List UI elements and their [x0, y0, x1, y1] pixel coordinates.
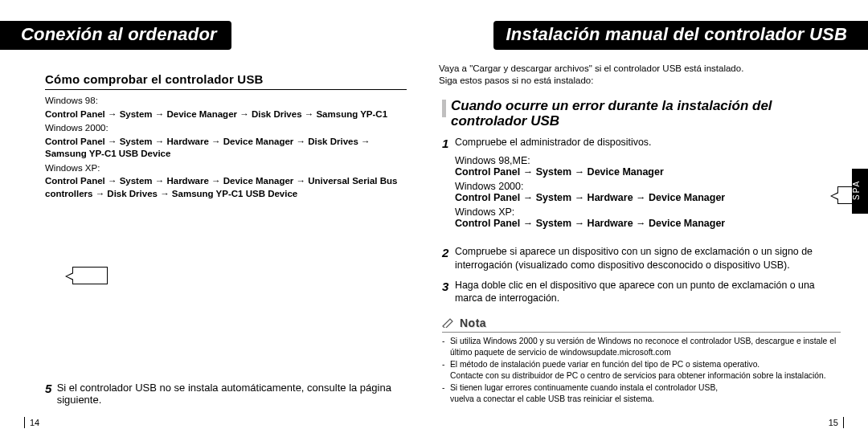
os-block-98me: Windows 98,ME: Control Panel → System → …	[455, 155, 841, 178]
step-3-number: 3	[442, 279, 455, 305]
nota-item-3: Si tienen lugar errores continuamente cu…	[450, 382, 841, 394]
right-page: Vaya a "Cargar y descargar archivos" si …	[434, 50, 868, 433]
step-3: 3 Haga doble clic en el dispositivo que …	[442, 279, 841, 305]
left-page-header: Conexión al ordenador	[0, 21, 231, 50]
right-page-header: Instalación manual del controlador USB	[493, 21, 868, 50]
nota-item-2: El método de instalación puede variar en…	[450, 359, 841, 370]
nota-item-1: Si utiliza Windows 2000 y su versión de …	[450, 336, 841, 358]
os-block-2000-name: Windows 2000:	[455, 181, 841, 192]
page-number-left: 14	[24, 417, 39, 428]
nota-list: -Si utiliza Windows 2000 y su versión de…	[442, 336, 841, 404]
left-subtitle: Cómo comprobar el controlador USB	[45, 72, 407, 90]
page-number-right: 15	[829, 417, 844, 428]
right-intro-line1: Vaya a "Cargar y descargar archivos" si …	[439, 63, 841, 75]
callout-placeholder-left	[72, 267, 108, 284]
step-5-text: Si el controlador USB no se instala auto…	[57, 382, 407, 406]
os-block-98me-path: Control Panel → System → Device Manager	[455, 166, 841, 178]
language-tab: SPA	[852, 169, 868, 214]
os-path-winxp: Control Panel → System → Hardware → Devi…	[45, 175, 407, 200]
section-bar-icon	[442, 100, 446, 117]
section-title: Cuando ocurre un error durante la instal…	[451, 98, 841, 129]
step-1-number: 1	[442, 136, 455, 152]
step-2: 2 Compruebe si aparece un dispositivo co…	[442, 245, 841, 272]
pencil-icon	[442, 318, 455, 328]
os-path-win2000: Control Panel → System → Hardware → Devi…	[45, 136, 407, 161]
os-path-win98: Control Panel → System → Device Manager …	[45, 108, 407, 121]
nota-item-3-sub: vuelva a conectar el cable USB tras rein…	[450, 394, 841, 405]
right-intro-line2: Siga estos pasos si no está instalado:	[439, 75, 841, 87]
os-block-xp-path: Control Panel → System → Hardware → Devi…	[455, 218, 841, 229]
nota-title: Nota	[460, 317, 486, 329]
step-5-number: 5	[45, 382, 57, 406]
step-3-text: Haga doble clic en el dispositivo que ap…	[455, 279, 841, 305]
left-page: Cómo comprobar el controlador USB Window…	[0, 50, 434, 433]
step-1: 1 Compruebe el administrador de disposit…	[442, 136, 841, 152]
os-label-win2000: Windows 2000:	[45, 122, 407, 135]
nota-heading: Nota	[442, 317, 841, 333]
os-label-winxp: Windows XP:	[45, 162, 407, 175]
step-5: 5 Si el controlador USB no se instala au…	[45, 382, 407, 406]
step-1-text: Compruebe el administrador de dispositiv…	[455, 136, 841, 152]
os-block-2000-path: Control Panel → System → Hardware → Devi…	[455, 192, 841, 203]
step-2-number: 2	[442, 245, 455, 272]
nota-item-2-sub: Contacte con su distribuidor de PC o cen…	[450, 370, 841, 382]
os-label-win98: Windows 98:	[45, 95, 407, 108]
os-block-xp: Windows XP: Control Panel → System → Har…	[455, 206, 841, 229]
os-block-98me-name: Windows 98,ME:	[455, 155, 841, 166]
step-2-text: Compruebe si aparece un dispositivo con …	[455, 245, 841, 272]
os-block-2000: Windows 2000: Control Panel → System → H…	[455, 181, 841, 203]
os-block-xp-name: Windows XP:	[455, 206, 841, 218]
